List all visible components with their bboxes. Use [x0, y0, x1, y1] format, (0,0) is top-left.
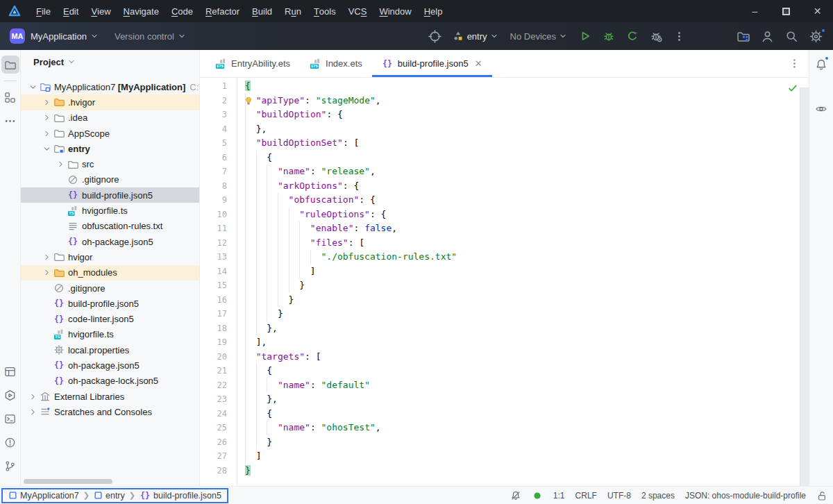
indent-setting[interactable]: 2 spaces	[641, 491, 675, 501]
tab-entryability-ets[interactable]: ETSEntryAbility.ets	[205, 50, 300, 77]
layout-tool-button[interactable]	[1, 362, 19, 380]
tree-row[interactable]: {}oh-package.json5	[21, 358, 199, 373]
terminal-tool-button[interactable]	[1, 410, 19, 428]
editor-scrollbar[interactable]	[800, 87, 809, 486]
breadcrumb-project[interactable]: MyApplication7	[8, 491, 79, 501]
menu-run[interactable]: Run	[278, 0, 308, 22]
line-number[interactable]: 5	[200, 136, 227, 151]
line-number[interactable]: 21	[200, 364, 227, 378]
line-number[interactable]: 25	[200, 421, 227, 435]
menu-vcs[interactable]: VCS	[342, 0, 373, 22]
tree-row[interactable]: TShvigorfile.ts	[21, 327, 199, 342]
project-panel-header[interactable]: Project	[21, 50, 199, 74]
line-number[interactable]: 1	[200, 79, 227, 94]
line-number[interactable]: 12	[200, 236, 227, 251]
line-number[interactable]: 11	[200, 221, 227, 236]
intention-lightbulb-icon[interactable]	[244, 96, 253, 106]
tree-row[interactable]: .idea	[21, 110, 199, 126]
menu-tools[interactable]: Tools	[308, 0, 342, 22]
device-manager-button[interactable]	[425, 27, 445, 46]
more-actions-button[interactable]	[670, 28, 689, 45]
tree-row[interactable]: {}build-profile.json5	[21, 296, 199, 311]
settings-button[interactable]	[806, 27, 826, 46]
tree-row[interactable]: .gitignore	[21, 172, 199, 187]
line-number[interactable]: 16	[200, 293, 227, 308]
chevron-right-sm-icon[interactable]	[28, 392, 37, 401]
chevron-right-sm-icon[interactable]	[56, 160, 65, 169]
line-number[interactable]: 24	[200, 407, 227, 421]
reader-mode-button[interactable]	[812, 100, 830, 118]
line-number[interactable]: 7	[200, 165, 227, 179]
line-number[interactable]: 27	[200, 449, 227, 464]
minimize-button[interactable]: –	[739, 0, 771, 22]
device-selector[interactable]: No Devices	[507, 28, 571, 44]
rerun-button[interactable]	[623, 27, 642, 45]
run-button[interactable]	[575, 27, 595, 45]
line-number[interactable]: 26	[200, 435, 227, 450]
line-number[interactable]: 4	[200, 122, 227, 137]
tree-row[interactable]: TShvigorfile.ts	[21, 203, 199, 218]
menu-build[interactable]: Build	[246, 0, 278, 22]
menu-edit[interactable]: Edit	[57, 0, 85, 22]
tree-row[interactable]: Scratches and Consoles	[21, 404, 199, 419]
line-number[interactable]: 13	[200, 250, 227, 264]
tree-row[interactable]: local.properties	[21, 342, 199, 358]
tab-list-menu-button[interactable]	[780, 50, 809, 77]
caret-position[interactable]: 1:1	[553, 491, 565, 501]
tree-row[interactable]: External Libraries	[21, 389, 199, 404]
tree-row[interactable]: entry	[21, 141, 199, 156]
close-tab-icon[interactable]: ✕	[475, 58, 482, 69]
tree-row[interactable]: {}build-profile.json5	[21, 187, 199, 203]
chevron-right-sm-icon[interactable]	[42, 113, 51, 122]
project-tool-button[interactable]	[1, 56, 19, 74]
run-config-selector[interactable]: entry	[449, 28, 503, 44]
version-control-tool-button[interactable]	[1, 457, 19, 475]
tree-row[interactable]: src	[21, 156, 199, 171]
tab-build-profile-json5[interactable]: {}build-profile.json5✕	[372, 50, 492, 77]
tree-row[interactable]: {}oh-package-lock.json5	[21, 373, 199, 389]
line-number[interactable]: 18	[200, 321, 227, 336]
line-number[interactable]: 9	[200, 193, 227, 208]
tree-row[interactable]: oh_modules	[21, 265, 199, 280]
tree-row[interactable]: {}oh-package.json5	[21, 234, 199, 249]
menu-navigate[interactable]: Navigate	[117, 0, 165, 22]
readonly-toggle[interactable]	[816, 490, 827, 501]
line-number[interactable]: 14	[200, 264, 227, 279]
line-number[interactable]: 10	[200, 208, 227, 222]
chevron-right-sm-icon[interactable]	[42, 98, 51, 107]
services-tool-button[interactable]	[1, 386, 19, 404]
line-number[interactable]: 3	[200, 108, 227, 122]
maximize-button[interactable]	[771, 0, 802, 22]
project-widget[interactable]: MA MyApplication	[7, 28, 99, 44]
tree-row[interactable]: MyApplication7 [MyApplication]C:\U	[21, 79, 199, 94]
tree-row[interactable]: obfuscation-rules.txt	[21, 219, 199, 234]
line-number[interactable]: 20	[200, 350, 227, 364]
line-number[interactable]: 17	[200, 307, 227, 321]
code-editor[interactable]: {"apiType": "stageMode","buildOption": {…	[237, 78, 809, 486]
device-file-browser-button[interactable]	[733, 27, 753, 46]
tree-row[interactable]: .hvigor	[21, 94, 199, 110]
notifications-muted-toggle[interactable]	[510, 490, 521, 501]
json-schema[interactable]: JSON: ohos-module-build-profile	[685, 491, 806, 501]
tree-row[interactable]: hvigor	[21, 249, 199, 264]
tree-row[interactable]: {}code-linter.json5	[21, 311, 199, 326]
chevron-right-sm-icon[interactable]	[42, 129, 51, 138]
menu-view[interactable]: View	[85, 0, 117, 22]
line-number[interactable]: 8	[200, 179, 227, 194]
structure-tool-button[interactable]	[1, 88, 19, 106]
profiler-button[interactable]	[646, 27, 666, 45]
menu-file[interactable]: File	[30, 0, 57, 22]
editor-gutter[interactable]: 1234567891011121314151617181920212223242…	[200, 78, 237, 486]
debug-button[interactable]	[599, 27, 619, 45]
menu-help[interactable]: Help	[418, 0, 449, 22]
line-number[interactable]: 22	[200, 378, 227, 393]
line-number[interactable]: 6	[200, 151, 227, 165]
line-number[interactable]: 15	[200, 278, 227, 293]
problems-tool-button[interactable]	[1, 433, 19, 451]
menu-refactor[interactable]: Refactor	[199, 0, 246, 22]
inspection-ok-icon[interactable]	[787, 83, 798, 94]
line-number[interactable]: 19	[200, 335, 227, 350]
tree-row[interactable]: .gitignore	[21, 280, 199, 296]
breadcrumb-file[interactable]: {}build-profile.json5	[140, 490, 221, 501]
analysis-status-indicator[interactable]	[532, 490, 543, 501]
